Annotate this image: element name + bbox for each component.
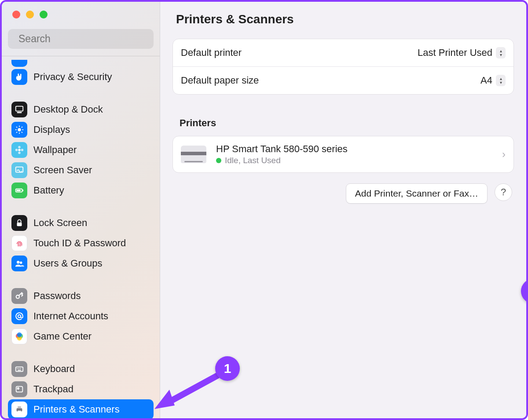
sidebar-item-label: Screen Saver <box>33 164 92 176</box>
printer-status: Idle, Last Used <box>225 156 281 165</box>
sidebar-item-desktop-dock[interactable]: Desktop & Dock <box>8 99 154 120</box>
users-icon <box>11 256 27 271</box>
svg-line-11 <box>16 132 17 133</box>
svg-point-16 <box>15 149 18 151</box>
sidebar-item-label: Passwords <box>33 290 81 302</box>
svg-point-15 <box>18 152 21 154</box>
updown-icon[interactable]: ▴▾ <box>496 47 506 58</box>
printer-icon <box>11 402 27 417</box>
main-content: Printers & Scanners Default printer Last… <box>160 2 526 418</box>
keyboard-icon <box>11 361 27 377</box>
svg-rect-34 <box>20 368 21 369</box>
sidebar-item-trackpad[interactable]: Trackpad <box>8 379 154 399</box>
svg-rect-22 <box>17 223 22 226</box>
svg-point-17 <box>21 149 23 151</box>
default-paper-size-value: A4 <box>480 75 492 86</box>
svg-rect-39 <box>18 406 21 409</box>
sidebar-item-label: Wallpaper <box>33 144 77 156</box>
sidebar-item-label: Trackpad <box>33 383 73 395</box>
svg-line-10 <box>22 132 22 133</box>
search-field[interactable] <box>8 29 154 49</box>
sidebar-item-battery[interactable]: Battery <box>8 180 154 201</box>
svg-rect-20 <box>22 190 23 191</box>
sidebar-item-label: Privacy & Security <box>33 71 112 83</box>
sun-icon <box>11 122 27 138</box>
sidebar-item-clipped <box>11 60 27 67</box>
sidebar-item-users-groups[interactable]: Users & Groups <box>8 253 154 274</box>
annotation-arrow-1 <box>149 371 224 415</box>
printer-row[interactable]: HP Smart Tank 580-590 series Idle, Last … <box>173 136 513 172</box>
svg-point-24 <box>20 261 22 264</box>
default-paper-size-label: Default paper size <box>181 75 259 86</box>
default-printer-value: Last Printer Used <box>418 47 492 58</box>
window-controls <box>2 2 160 18</box>
search-input[interactable] <box>18 33 148 45</box>
sidebar-item-passwords[interactable]: Passwords <box>8 286 154 306</box>
updown-icon[interactable]: ▴▾ <box>496 75 506 86</box>
sidebar-item-label: Lock Screen <box>33 217 87 229</box>
add-printer-button[interactable]: Add Printer, Scanner or Fax… <box>346 183 488 204</box>
gamecenter-icon <box>11 329 27 344</box>
hand-icon <box>11 69 27 85</box>
page-title: Printers & Scanners <box>172 2 514 39</box>
sidebar-item-internet-accounts[interactable]: Internet Accounts <box>8 306 154 326</box>
printers-heading: Printers <box>180 117 514 129</box>
sidebar-item-wallpaper[interactable]: Wallpaper <box>8 140 154 160</box>
default-printer-label: Default printer <box>181 47 242 58</box>
sidebar-item-privacy-security[interactable]: Privacy & Security <box>8 67 154 87</box>
svg-point-13 <box>18 149 21 151</box>
annotation-badge-2: 2 <box>521 279 528 303</box>
sidebar-item-keyboard[interactable]: Keyboard <box>8 359 154 379</box>
sidebar-item-label: Internet Accounts <box>33 310 108 322</box>
sidebar-item-lock-screen[interactable]: Lock Screen <box>8 213 154 233</box>
dock-icon <box>11 102 27 117</box>
svg-line-42 <box>169 376 217 402</box>
zoom-window-button[interactable] <box>40 11 48 18</box>
default-printer-row[interactable]: Default printer Last Printer Used ▴▾ <box>173 39 513 66</box>
flower-icon <box>11 142 27 158</box>
svg-rect-3 <box>17 112 22 113</box>
chevron-right-icon: › <box>502 148 506 161</box>
printer-image-icon <box>181 146 206 163</box>
svg-point-30 <box>17 332 22 337</box>
svg-rect-36 <box>16 387 23 392</box>
printer-name: HP Smart Tank 580-590 series <box>216 143 348 155</box>
key-icon <box>11 288 27 304</box>
sidebar-item-displays[interactable]: Displays <box>8 120 154 140</box>
sidebar-item-touch-id[interactable]: Touch ID & Password <box>8 233 154 253</box>
close-window-button[interactable] <box>12 11 20 18</box>
default-paper-size-row[interactable]: Default paper size A4 ▴▾ <box>173 66 513 94</box>
sidebar-item-label: Desktop & Dock <box>33 104 103 115</box>
sidebar: Privacy & Security Desktop & Dock Displa… <box>2 2 160 418</box>
sidebar-item-label: Battery <box>33 185 64 196</box>
svg-line-9 <box>16 127 17 128</box>
screensaver-icon <box>11 162 27 178</box>
battery-icon <box>11 183 27 198</box>
sidebar-items: Privacy & Security Desktop & Dock Displa… <box>2 56 160 418</box>
svg-point-37 <box>17 387 19 389</box>
svg-rect-21 <box>17 190 21 191</box>
svg-rect-35 <box>18 370 21 371</box>
svg-rect-32 <box>17 368 18 369</box>
help-button[interactable]: ? <box>495 183 512 201</box>
sidebar-item-screen-saver[interactable]: Screen Saver <box>8 160 154 180</box>
sidebar-item-label: Game Center <box>33 331 92 342</box>
svg-point-23 <box>17 261 19 263</box>
defaults-card: Default printer Last Printer Used ▴▾ Def… <box>172 39 514 95</box>
sidebar-item-label: Touch ID & Password <box>33 237 126 249</box>
fingerprint-icon <box>11 235 27 251</box>
svg-rect-40 <box>18 411 21 413</box>
lock-icon <box>11 215 27 231</box>
svg-rect-2 <box>16 106 23 111</box>
sidebar-item-label: Keyboard <box>33 363 75 375</box>
annotation-badge-1: 1 <box>215 356 240 381</box>
minimize-window-button[interactable] <box>26 11 34 18</box>
svg-rect-31 <box>16 367 23 371</box>
sidebar-item-game-center[interactable]: Game Center <box>8 326 154 347</box>
sidebar-item-label: Users & Groups <box>33 258 103 269</box>
svg-line-12 <box>22 127 22 128</box>
sidebar-item-printers-scanners[interactable]: Printers & Scanners <box>8 399 154 418</box>
sidebar-item-label: Displays <box>33 124 70 135</box>
svg-rect-33 <box>18 368 19 369</box>
sidebar-item-label: Printers & Scanners <box>33 404 120 415</box>
